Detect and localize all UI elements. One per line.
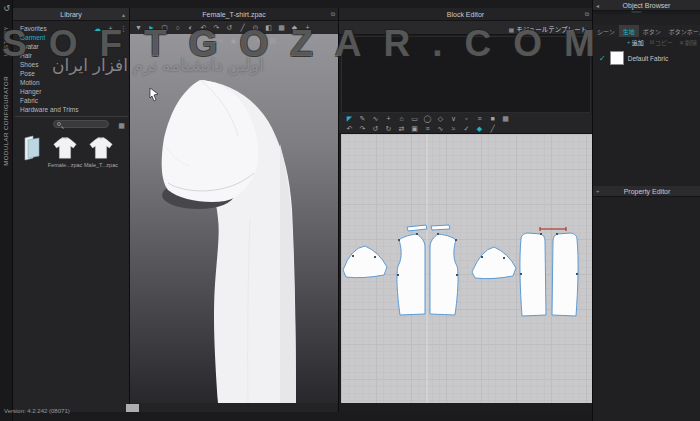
free-sew-icon[interactable]: ≈ bbox=[447, 123, 460, 134]
check-sew-icon[interactable]: ✓ bbox=[460, 123, 473, 134]
block-editor-subbar: ▦ モジュールテンプレート bbox=[339, 21, 593, 35]
delete-fabric-button[interactable]: ✕削除 bbox=[679, 38, 697, 47]
library-header[interactable]: Library ▴ bbox=[13, 8, 129, 21]
tab-fabric[interactable]: 生地 bbox=[619, 25, 639, 37]
measure-icon[interactable]: ╱ bbox=[486, 123, 499, 134]
sidebar-item-motion[interactable]: Motion bbox=[13, 78, 130, 87]
sidebar-item-hanger[interactable]: Hanger bbox=[13, 87, 130, 96]
gizmo-display-icon[interactable]: + bbox=[301, 22, 314, 33]
block-editor-titlebar[interactable]: Block Editor ⧉ bbox=[339, 8, 592, 21]
image-icon[interactable]: ▦ bbox=[499, 113, 512, 124]
texture-display-icon[interactable]: ▦ bbox=[275, 22, 288, 33]
pin-display-icon[interactable]: ◆ bbox=[288, 22, 301, 33]
rotate-ccw-icon[interactable]: ↺ bbox=[369, 123, 382, 134]
module-template-button[interactable]: ▦ モジュールテンプレート bbox=[508, 24, 587, 34]
folder-icon bbox=[21, 134, 43, 161]
divider bbox=[15, 116, 128, 117]
toolbar-3d-row1: ▼►▢○◐↶↷↺╱⊙◧▦◆+ bbox=[130, 21, 338, 34]
scrollbar-handle[interactable] bbox=[126, 404, 139, 412]
avatar-display-icon[interactable]: ⊙ bbox=[249, 22, 262, 33]
fabric-visible-checkbox[interactable]: ✓ bbox=[599, 54, 606, 63]
left-vertical-rail: ↺ HISTORY MODULAR CONFIGURATOR bbox=[0, 0, 13, 421]
sidebar-item-favorites[interactable]: Favorites bbox=[13, 24, 130, 33]
action-label: 削除 bbox=[685, 38, 697, 47]
sidebar-item-garment[interactable]: Garment bbox=[13, 33, 130, 42]
sidebar-item-label: Hardware and Trims bbox=[20, 106, 79, 113]
reset-icon[interactable]: ↺ bbox=[223, 22, 236, 33]
pattern-pieces bbox=[341, 134, 592, 403]
garment-thumbnail[interactable]: Male_T...zpac bbox=[85, 135, 117, 168]
property-editor-header[interactable]: + Property Editor bbox=[593, 186, 700, 197]
lasso-select-icon[interactable]: ○ bbox=[171, 22, 184, 33]
object-browser-actions: +追加⧉コピー✕削除 bbox=[593, 37, 700, 47]
fabric-row[interactable]: ✓Default Fabric bbox=[593, 48, 700, 68]
library-folder-list: FavoritesGarmentAvatarHairShoesPoseMotio… bbox=[13, 24, 130, 114]
clo3d-window: ↺ HISTORY MODULAR CONFIGURATOR Library ▴… bbox=[0, 0, 700, 421]
tab-button[interactable]: ボタン bbox=[639, 25, 665, 37]
simulate-icon[interactable]: ▼ bbox=[132, 22, 145, 33]
module-template-area[interactable] bbox=[341, 36, 591, 113]
tshirt-thumbnail-icon bbox=[51, 135, 79, 161]
redo-arrow-icon[interactable]: ↷ bbox=[356, 123, 369, 134]
tab-buttonhole[interactable]: ボタンホール bbox=[665, 25, 700, 37]
sidebar-item-label: Avatar bbox=[20, 43, 39, 50]
sidebar-item-avatar[interactable]: Avatar bbox=[13, 42, 130, 51]
sidebar-item-shoes[interactable]: Shoes bbox=[13, 60, 130, 69]
library-panel: Library ▴ ☁+⋮ FavoritesGarmentAvatarHair… bbox=[13, 8, 130, 412]
garment-thumbnail[interactable]: Female...zpac bbox=[49, 135, 81, 168]
rect-select-icon[interactable]: ▢ bbox=[158, 22, 171, 33]
sidebar-item-pose[interactable]: Pose bbox=[13, 69, 130, 78]
tab-modular-configurator[interactable]: MODULAR CONFIGURATOR bbox=[3, 76, 9, 166]
undo-arrow-icon[interactable]: ↶ bbox=[197, 22, 210, 33]
add-fabric-button[interactable]: +追加 bbox=[627, 38, 644, 47]
property-editor-title: Property Editor bbox=[624, 188, 671, 195]
lock-icon[interactable]: ▣ bbox=[408, 123, 421, 134]
library-search[interactable] bbox=[53, 120, 109, 128]
popout-icon[interactable]: ⧉ bbox=[585, 11, 589, 18]
sidebar-item-label: Shoes bbox=[20, 61, 38, 68]
fabric-name: Default Fabric bbox=[628, 55, 668, 62]
right-panel: Hello, aktel ◉ ◆ MODULAR ◂ Object Browse… bbox=[592, 0, 700, 421]
search-input[interactable] bbox=[53, 120, 109, 128]
viewport-3d-panel: Female_T-shirt.zpac ⧉ ▼►▢○◐↶↷↺╱⊙◧▦◆+ ✂≈∿… bbox=[130, 8, 338, 412]
viewport-3d-canvas[interactable]: ✂≈∿◉→❄▤ bbox=[130, 34, 338, 403]
flip-horizontal-icon[interactable]: ⇄ bbox=[395, 123, 408, 134]
brush-select-icon[interactable]: ◐ bbox=[184, 22, 197, 33]
parent-folder-item[interactable] bbox=[19, 134, 45, 168]
viewport-3d-titlebar[interactable]: Female_T-shirt.zpac ⧉ bbox=[130, 8, 338, 21]
garment-display-icon[interactable]: ◧ bbox=[262, 22, 275, 33]
thumbnail-label: Male_T...zpac bbox=[84, 162, 118, 168]
sidebar-item-hardware-and-trims[interactable]: Hardware and Trims bbox=[13, 105, 130, 114]
pattern-2d-canvas[interactable] bbox=[341, 134, 592, 403]
collapse-right-icon[interactable]: ◂ bbox=[596, 2, 599, 9]
popout-icon[interactable]: ⧉ bbox=[331, 11, 335, 18]
fabric-swatch[interactable] bbox=[610, 51, 624, 65]
block-toolbar-row2: ↶↷↺↻⇄▣≡∿≈✓◆╱ bbox=[339, 123, 593, 134]
rotate-cw-icon[interactable]: ↻ bbox=[382, 123, 395, 134]
pen-icon[interactable]: ╱ bbox=[236, 22, 249, 33]
sidebar-item-hair[interactable]: Hair bbox=[13, 51, 130, 60]
sidebar-item-label: Hair bbox=[20, 52, 32, 59]
history-icon[interactable]: ↺ bbox=[0, 3, 13, 14]
sidebar-item-fabric[interactable]: Fabric bbox=[13, 96, 130, 105]
library-thumbnails: Female...zpac Male_T...zpac bbox=[19, 134, 117, 168]
copy-fabric-button[interactable]: ⧉コピー bbox=[650, 38, 673, 47]
action-label: 追加 bbox=[632, 38, 644, 47]
grid-view-icon[interactable]: ▦ bbox=[115, 120, 128, 131]
sidebar-item-label: Pose bbox=[20, 70, 35, 77]
redo-arrow-icon[interactable]: ↷ bbox=[210, 22, 223, 33]
sidebar-item-label: Fabric bbox=[20, 97, 38, 104]
undo-arrow-icon[interactable]: ↶ bbox=[343, 123, 356, 134]
object-browser-header[interactable]: ◂ Object Browser bbox=[593, 0, 700, 11]
segment-sew-icon[interactable]: ∿ bbox=[434, 123, 447, 134]
tab-scene[interactable]: シーン bbox=[593, 25, 619, 37]
action-label: コピー bbox=[655, 38, 673, 47]
folder-label bbox=[31, 162, 33, 168]
expand-property-icon[interactable]: + bbox=[596, 188, 600, 194]
align-icon[interactable]: ≡ bbox=[421, 123, 434, 134]
grade-icon[interactable]: ◆ bbox=[473, 123, 486, 134]
tab-history[interactable]: HISTORY bbox=[3, 26, 9, 56]
sidebar-item-label: Favorites bbox=[20, 25, 47, 32]
collapse-panel-icon[interactable]: ▴ bbox=[122, 11, 125, 18]
select-move-icon[interactable]: ► bbox=[145, 22, 158, 33]
